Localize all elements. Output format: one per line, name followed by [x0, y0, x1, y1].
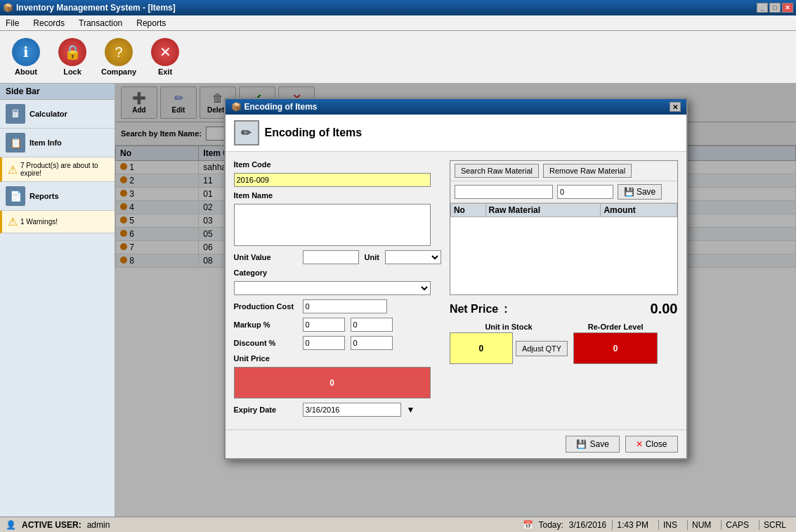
menu-file[interactable]: File [3, 17, 22, 30]
net-price-label: Net Price [450, 303, 498, 316]
rm-save-button[interactable]: 💾 Save [618, 184, 662, 200]
active-user-label: ACTIVE USER: [22, 520, 81, 530]
warnings-text: 1 Warnings! [20, 218, 58, 226]
adjust-qty-button[interactable]: Adjust QTY [516, 341, 568, 356]
production-cost-input[interactable] [303, 299, 387, 313]
modal-save-label: Save [589, 439, 608, 449]
rm-table: No Raw Material Amount [450, 203, 677, 217]
rm-input-toolbar: 💾 Save [450, 181, 677, 203]
item-code-label: Item Code [234, 160, 297, 169]
modal-header-icon: ✏ [234, 120, 259, 145]
modal-body: Item Code Item Name [226, 152, 686, 429]
modal-titlebar: 📦 Encoding of Items ✕ [226, 99, 686, 115]
user-icon: 👤 [6, 520, 16, 530]
menu-reports[interactable]: Reports [133, 17, 169, 30]
about-icon: ℹ [12, 38, 40, 66]
reorder-value: 0 [573, 332, 658, 364]
sidebar-item-reports[interactable]: 📄 Reports [0, 182, 115, 211]
main-toolbar: ℹ About 🔒 Lock ? Company ✕ Exit [0, 31, 796, 84]
status-caps: CAPS [721, 520, 753, 530]
modal-right: Search Raw Material Remove Raw Material … [450, 160, 678, 421]
category-select[interactable] [234, 281, 431, 295]
rm-amount-input[interactable] [557, 185, 613, 199]
status-bar: 👤 ACTIVE USER: admin 📅 Today: 3/16/2016 … [0, 517, 796, 532]
about-button[interactable]: ℹ About [6, 34, 46, 80]
company-icon: ? [105, 38, 133, 66]
title-bar-controls: _ □ ✕ [757, 3, 793, 13]
expiry-dropdown-icon[interactable]: ▼ [407, 405, 415, 415]
modal-titlebar-close[interactable]: ✕ [670, 102, 681, 112]
unit-in-stock-label: Unit in Stock [485, 323, 532, 331]
category-input-row [234, 281, 441, 295]
about-label: About [15, 67, 37, 76]
net-price-row: Net Price : 0.00 [450, 301, 678, 317]
status-ins: INS [658, 520, 681, 530]
unit-select[interactable] [385, 250, 441, 264]
discount-input1[interactable] [303, 336, 345, 350]
unit-stock-section: Unit in Stock 0 Adjust QTY [450, 323, 568, 364]
markup-input1[interactable] [303, 318, 345, 332]
category-label: Category [234, 268, 297, 277]
unit-value-input[interactable] [303, 250, 359, 264]
status-scrl: SCRL [759, 520, 790, 530]
exit-label: Exit [158, 67, 172, 76]
item-name-input[interactable] [234, 204, 431, 246]
discount-input2[interactable] [351, 336, 393, 350]
warnings-box[interactable]: ⚠ 1 Warnings! [0, 211, 115, 233]
expiry-input[interactable] [303, 403, 401, 417]
remove-raw-material-button[interactable]: Remove Raw Material [543, 164, 632, 178]
rm-save-icon: 💾 [624, 187, 634, 197]
status-time: 1:43 PM [612, 520, 653, 530]
modal-header-title: Encoding of Items [265, 126, 363, 139]
title-bar-left: 📦 Inventory Management System - [Items] [3, 3, 176, 13]
modal-save-button[interactable]: 💾 Save [566, 436, 619, 453]
markup-label: Markup % [234, 320, 297, 329]
rm-name-input[interactable] [455, 185, 553, 199]
unit-stock-controls: 0 Adjust QTY [450, 332, 568, 364]
unit-value-label: Unit Value [234, 253, 297, 261]
main-panel: ➕ Add ✏ Edit 🗑 Delete ✔ Refresh ✕ Close … [115, 84, 796, 517]
menu-transaction[interactable]: Transaction [76, 17, 125, 30]
modal-close-button[interactable]: ✕ Close [625, 436, 678, 453]
net-price-colon: : [504, 303, 507, 316]
warning-icon: ⚠ [8, 163, 18, 176]
modal-header: ✏ Encoding of Items [226, 115, 686, 152]
search-raw-material-button[interactable]: Search Raw Material [455, 164, 539, 178]
sidebar-item-iteminfo[interactable]: 📋 Item Info [0, 129, 115, 157]
unit-price-label: Unit Price [234, 354, 297, 363]
calculator-label: Calculator [30, 110, 67, 118]
window-close-button[interactable]: ✕ [782, 3, 793, 13]
company-button[interactable]: ? Company [98, 34, 139, 80]
title-bar: 📦 Inventory Management System - [Items] … [0, 0, 796, 15]
item-code-row: Item Code [234, 160, 441, 169]
production-cost-label: Production Cost [234, 302, 297, 311]
rm-toolbar: Search Raw Material Remove Raw Material [450, 161, 677, 181]
modal-columns: Item Code Item Name [234, 160, 678, 421]
item-code-input[interactable] [234, 173, 431, 187]
modal-save-icon: 💾 [576, 439, 587, 449]
reorder-section: Re-Order Level 0 [573, 323, 658, 364]
markup-input2[interactable] [351, 318, 393, 332]
maximize-button[interactable]: □ [769, 3, 781, 13]
menu-bar: File Records Transaction Reports [0, 15, 796, 31]
iteminfo-label: Item Info [30, 138, 62, 147]
stock-row: Unit in Stock 0 Adjust QTY [450, 323, 678, 364]
lock-icon: 🔒 [58, 38, 86, 66]
unit-price-row: Unit Price [234, 354, 441, 363]
today-label: Today: [539, 520, 563, 530]
sidebar-item-calculator[interactable]: 🖩 Calculator [0, 100, 115, 129]
menu-records[interactable]: Records [30, 17, 67, 30]
lock-button[interactable]: 🔒 Lock [52, 34, 93, 80]
rm-table-container: No Raw Material Amount [450, 203, 677, 294]
status-num: NUM [687, 520, 715, 530]
minimize-button[interactable]: _ [757, 3, 768, 13]
reports-icon: 📄 [6, 186, 25, 206]
modal-title-icon: 📦 [231, 102, 242, 112]
exit-button[interactable]: ✕ Exit [145, 34, 185, 80]
item-code-input-row [234, 173, 441, 187]
rm-col-material: Raw Material [485, 204, 601, 217]
rm-col-no: No [450, 204, 485, 217]
unit-label: Unit [365, 253, 379, 261]
sidebar-title: Side Bar [0, 84, 115, 100]
expire-warning[interactable]: ⚠ 7 Product(s) are about to expire! [0, 157, 115, 182]
